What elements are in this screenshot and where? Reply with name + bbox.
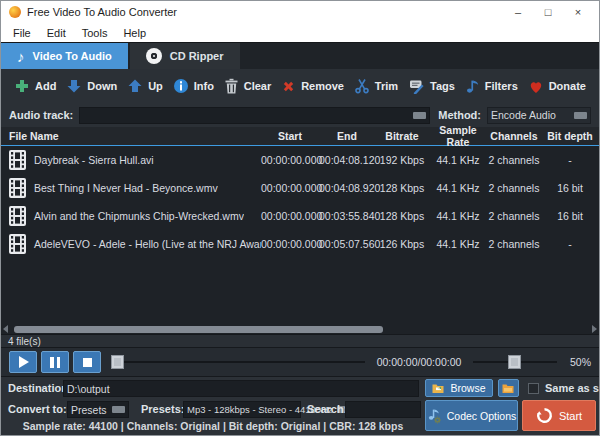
method-dropdown-icon[interactable] bbox=[574, 112, 587, 119]
app-window: Free Video To Audio Converter – □ × File… bbox=[0, 0, 600, 436]
menu-file[interactable]: File bbox=[5, 27, 39, 39]
tool-label: Info bbox=[194, 80, 214, 92]
col-end[interactable]: End bbox=[319, 130, 375, 142]
tab-label: Video To Audio bbox=[33, 50, 112, 62]
start-button[interactable]: Start bbox=[522, 400, 596, 431]
scroll-left-icon[interactable] bbox=[3, 325, 8, 333]
info-button[interactable]: Info bbox=[170, 76, 217, 96]
filters-button[interactable]: Filters bbox=[462, 76, 521, 96]
player-bar: 00:00:00/00:00:00 50% bbox=[1, 347, 599, 376]
col-sample-rate[interactable]: Sample Rate bbox=[429, 124, 487, 148]
maximize-button[interactable]: □ bbox=[533, 2, 563, 22]
close-button[interactable]: × bbox=[563, 2, 593, 22]
cell-channels: 2 channels bbox=[487, 238, 541, 250]
method-value: Encode Audio bbox=[491, 109, 556, 121]
cell-bitrate: 128 Kbps bbox=[375, 182, 429, 194]
col-bitrate[interactable]: Bitrate bbox=[375, 130, 429, 142]
audio-track-input[interactable] bbox=[83, 109, 409, 121]
music-filter-icon bbox=[465, 78, 480, 94]
convert-to-select[interactable]: Presets bbox=[67, 401, 129, 418]
scrollbar-track[interactable] bbox=[12, 326, 588, 333]
cell-sample-rate: 44.1 KHz bbox=[429, 154, 487, 166]
arrow-up-icon bbox=[127, 78, 143, 94]
method-select[interactable]: Encode Audio bbox=[487, 107, 591, 124]
refresh-icon bbox=[536, 407, 553, 424]
same-as-source-checkbox[interactable] bbox=[528, 383, 539, 394]
tool-label: Remove bbox=[301, 80, 344, 92]
scissors-icon bbox=[354, 78, 370, 94]
audio-track-row: Audio track: Method: Encode Audio bbox=[1, 103, 599, 127]
info-icon bbox=[173, 78, 189, 94]
seek-thumb[interactable] bbox=[111, 355, 124, 369]
scroll-right-icon[interactable] bbox=[592, 325, 597, 333]
volume-thumb[interactable] bbox=[508, 355, 521, 369]
table-row[interactable]: Alvin and the Chipmunks Chip-Wrecked.wmv… bbox=[1, 202, 599, 230]
app-icon bbox=[9, 6, 21, 18]
cell-start: 00:00:00.000 bbox=[261, 182, 319, 194]
play-button[interactable] bbox=[9, 351, 37, 373]
table-row[interactable]: AdeleVEVO - Adele - Hello (Live at the N… bbox=[1, 230, 599, 258]
remove-x-icon bbox=[281, 79, 296, 94]
down-button[interactable]: Down bbox=[63, 76, 120, 96]
codec-options-button[interactable]: Codec Options bbox=[425, 400, 518, 431]
film-icon bbox=[9, 234, 26, 254]
open-folder-button[interactable] bbox=[498, 379, 519, 397]
pause-icon bbox=[50, 357, 60, 368]
menu-help[interactable]: Help bbox=[115, 27, 154, 39]
search-field[interactable] bbox=[345, 401, 421, 418]
presets-label: Presets: bbox=[141, 403, 184, 415]
music-note-icon: ♪ bbox=[17, 49, 25, 64]
col-file-name[interactable]: File Name bbox=[1, 130, 261, 142]
volume-slider[interactable] bbox=[473, 351, 557, 373]
destination-input[interactable] bbox=[67, 383, 415, 395]
seek-slider[interactable] bbox=[111, 351, 365, 373]
trim-button[interactable]: Trim bbox=[351, 76, 401, 96]
audio-track-dropdown-icon[interactable] bbox=[413, 112, 426, 119]
heart-icon bbox=[528, 79, 544, 94]
tool-label: Tags bbox=[430, 80, 455, 92]
add-button[interactable]: Add bbox=[11, 76, 59, 96]
cell-end: 00:04:08.120 bbox=[319, 154, 375, 166]
file-list: File Name Start End Bitrate Sample Rate … bbox=[1, 127, 599, 334]
minimize-button[interactable]: – bbox=[503, 2, 533, 22]
status-bar: 4 file(s) bbox=[1, 334, 599, 347]
cell-bitrate: 126 Kbps bbox=[375, 238, 429, 250]
up-button[interactable]: Up bbox=[124, 76, 166, 96]
cell-end: 00:03:55.840 bbox=[319, 210, 375, 222]
tags-button[interactable]: Tags bbox=[405, 76, 458, 96]
audio-track-field[interactable] bbox=[79, 107, 430, 124]
file-name: AdeleVEVO - Adele - Hello (Live at the N… bbox=[26, 238, 261, 250]
col-bit-depth[interactable]: Bit depth bbox=[541, 130, 599, 142]
horizontal-scrollbar[interactable] bbox=[1, 324, 599, 334]
cell-channels: 2 channels bbox=[487, 154, 541, 166]
tab-video-to-audio[interactable]: ♪ Video To Audio bbox=[1, 43, 128, 69]
stop-icon bbox=[83, 358, 92, 367]
stop-button[interactable] bbox=[73, 351, 101, 373]
col-start[interactable]: Start bbox=[261, 130, 319, 142]
tool-label: Trim bbox=[375, 80, 398, 92]
scrollbar-thumb[interactable] bbox=[14, 326, 383, 333]
menu-edit[interactable]: Edit bbox=[39, 27, 74, 39]
search-label: Search: bbox=[307, 403, 347, 415]
clear-button[interactable]: Clear bbox=[221, 76, 275, 96]
folder-open-icon bbox=[432, 383, 445, 394]
menu-tools[interactable]: Tools bbox=[74, 27, 116, 39]
convert-to-dropdown-icon[interactable] bbox=[112, 406, 125, 413]
seek-track[interactable] bbox=[111, 361, 365, 363]
browse-label: Browse bbox=[450, 382, 485, 394]
arrow-down-icon bbox=[66, 78, 82, 94]
col-channels[interactable]: Channels bbox=[487, 130, 541, 142]
table-row[interactable]: Daybreak - Sierra Hull.avi 00:00:00.000 … bbox=[1, 146, 599, 174]
remove-button[interactable]: Remove bbox=[278, 77, 347, 96]
cell-bitrate: 192 Kbps bbox=[375, 154, 429, 166]
window-controls: – □ × bbox=[503, 2, 593, 22]
table-row[interactable]: Best Thing I Never Had - Beyonce.wmv 00:… bbox=[1, 174, 599, 202]
presets-select[interactable]: Mp3 - 128kbps - Stereo - 44100Hz bbox=[183, 401, 301, 418]
browse-button[interactable]: Browse bbox=[425, 379, 493, 397]
tab-cd-ripper[interactable]: CD Ripper bbox=[130, 43, 240, 69]
destination-field[interactable] bbox=[63, 380, 419, 397]
pause-button[interactable] bbox=[41, 351, 69, 373]
tool-label: Donate bbox=[549, 80, 586, 92]
donate-button[interactable]: Donate bbox=[525, 77, 589, 96]
search-input[interactable] bbox=[349, 404, 417, 416]
